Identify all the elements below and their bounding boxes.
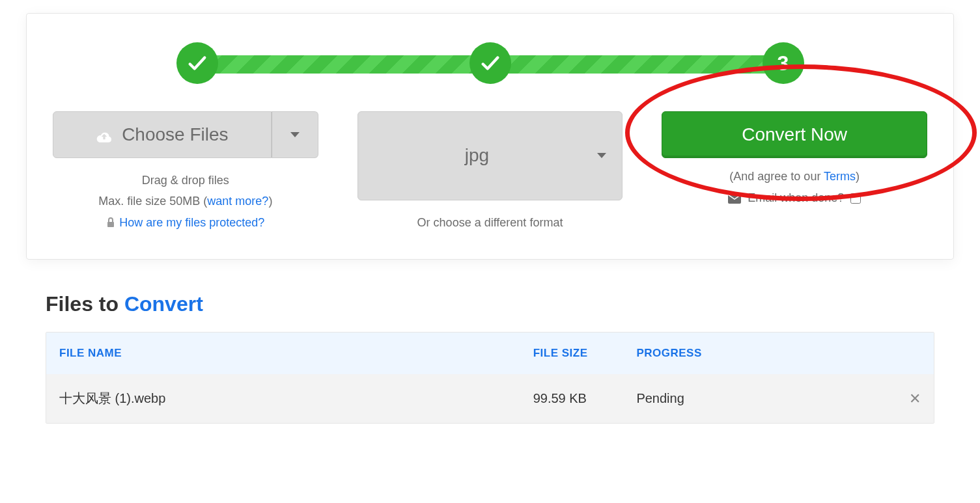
- caret-down-icon: [290, 132, 300, 137]
- table-row: 十大风景 (1).webp 99.59 KB Pending ✕: [46, 374, 934, 423]
- column-file-size: FILE SIZE: [533, 347, 637, 360]
- choose-files-button-group: Choose Files: [53, 111, 318, 158]
- files-protected-link[interactable]: How are my files protected?: [119, 216, 264, 229]
- lock-icon: [106, 213, 115, 224]
- protection-row: How are my files protected?: [98, 212, 272, 233]
- terms-link[interactable]: Terms: [824, 170, 856, 183]
- column-progress: PROGRESS: [636, 347, 895, 360]
- file-remove-cell: ✕: [895, 390, 921, 407]
- format-select[interactable]: jpg: [357, 111, 623, 200]
- files-to-convert-heading: Files to Convert: [46, 292, 954, 316]
- step-3-current: 3: [763, 42, 804, 84]
- file-name-cell: 十大风景 (1).webp: [59, 390, 533, 407]
- convert-now-label: Convert Now: [742, 124, 847, 145]
- column-file-name: FILE NAME: [59, 347, 533, 360]
- svg-rect-1: [728, 193, 741, 204]
- action-row: Choose Files Drag & drop files Max. file…: [53, 111, 927, 233]
- email-when-done-row: Email when done?: [728, 191, 861, 205]
- want-more-link[interactable]: want more?: [207, 195, 268, 208]
- svg-rect-0: [107, 222, 114, 227]
- choose-files-column: Choose Files Drag & drop files Max. file…: [53, 111, 318, 233]
- files-table: FILE NAME FILE SIZE PROGRESS 十大风景 (1).we…: [46, 332, 934, 424]
- choose-files-help: Drag & drop files Max. file size 50MB (w…: [98, 170, 272, 233]
- step-2-complete: [469, 42, 511, 84]
- format-selected-label: jpg: [465, 145, 489, 166]
- email-when-done-label: Email when done?: [748, 191, 844, 205]
- cloud-upload-icon: [96, 128, 113, 142]
- check-icon: [186, 52, 208, 74]
- progress-steps: 3: [197, 46, 783, 66]
- step-3-label: 3: [777, 51, 789, 75]
- convert-now-button[interactable]: Convert Now: [662, 111, 927, 158]
- conversion-card: 3 Choose Files Drag & drop files Max.: [26, 13, 954, 260]
- file-progress-cell: Pending: [636, 391, 895, 406]
- files-table-header: FILE NAME FILE SIZE PROGRESS: [46, 333, 934, 374]
- max-size-hint: Max. file size 50MB (want more?): [98, 191, 272, 211]
- format-column: jpg Or choose a different format: [357, 111, 623, 233]
- step-1-complete: [176, 42, 218, 84]
- file-size-cell: 99.59 KB: [533, 391, 637, 406]
- choose-files-dropdown-toggle[interactable]: [272, 111, 318, 158]
- caret-down-icon: [597, 153, 606, 158]
- check-icon: [479, 52, 501, 74]
- agree-terms-text: (And agree to our Terms): [729, 170, 860, 184]
- mail-icon: [728, 193, 741, 204]
- choose-files-label: Choose Files: [122, 124, 228, 145]
- remove-file-button[interactable]: ✕: [909, 390, 921, 407]
- drag-drop-hint: Drag & drop files: [98, 170, 272, 191]
- format-help: Or choose a different format: [417, 212, 563, 233]
- email-when-done-checkbox[interactable]: [850, 193, 861, 204]
- choose-files-button[interactable]: Choose Files: [53, 111, 272, 158]
- convert-column: Convert Now (And agree to our Terms) Ema…: [662, 111, 927, 233]
- column-actions: [895, 347, 921, 360]
